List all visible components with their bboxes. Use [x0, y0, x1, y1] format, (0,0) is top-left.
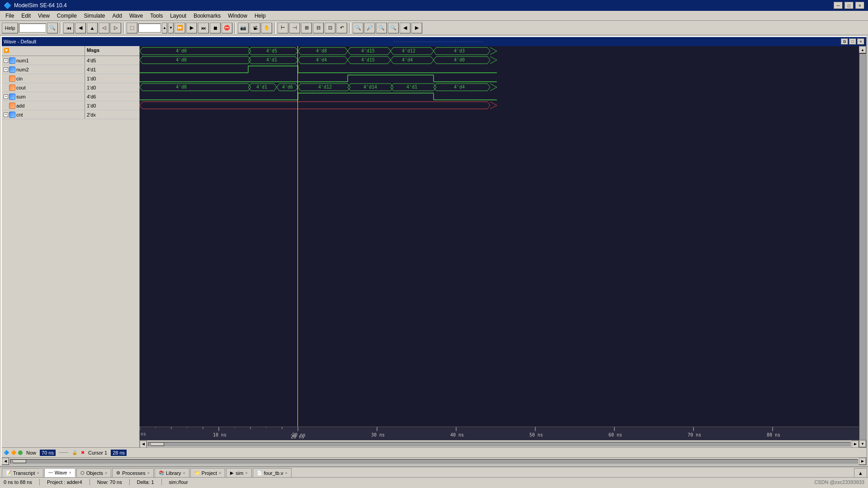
lock-icon: 🔒 — [72, 450, 77, 455]
tab-project-close[interactable]: × — [219, 471, 221, 475]
zoom-fit-button[interactable]: ⊡ — [325, 23, 335, 33]
signal-hscroll-track[interactable] — [10, 459, 858, 464]
signal-hscroll-left[interactable]: ◀ — [2, 458, 9, 465]
hscroll-track[interactable] — [148, 442, 851, 446]
tab-library-close[interactable]: × — [183, 471, 185, 475]
run-button[interactable]: ▶ — [186, 23, 197, 33]
tab-transcript-label: Transcript — [13, 470, 35, 476]
run-all-button[interactable]: ⏩ — [175, 23, 185, 33]
step-back-button[interactable]: ◀ — [75, 23, 86, 33]
stop-button[interactable]: ⏹ — [210, 23, 221, 33]
zoom-in-button[interactable]: ⊞ — [301, 23, 312, 33]
tab-four-tb[interactable]: 📄 four_tb.v × — [253, 468, 292, 477]
signal-hscroll-right[interactable]: ▶ — [859, 458, 866, 465]
zoom-magnify-button[interactable]: 🔍 — [353, 23, 363, 33]
bookmark-next-button[interactable]: ▶ — [411, 23, 422, 33]
zoom-out-button[interactable]: ⊟ — [313, 23, 324, 33]
tab-objects[interactable]: ⬡ Objects × — [76, 468, 112, 477]
menu-add[interactable]: Add — [109, 12, 126, 20]
signal-hscrollbar[interactable]: ◀ ▶ — [2, 457, 866, 465]
forward-button[interactable]: ▷ — [110, 23, 121, 33]
minimize-button[interactable]: ─ — [834, 2, 843, 9]
time-down-button[interactable]: ▼ — [168, 23, 174, 33]
tab-processes-close[interactable]: × — [147, 471, 150, 475]
tab-project[interactable]: 📁 Project × — [190, 468, 226, 477]
menu-edit[interactable]: Edit — [18, 12, 34, 20]
expand-sum[interactable]: + — [4, 94, 8, 99]
cursor-end-button[interactable]: ⊣ — [289, 23, 300, 33]
menu-tools[interactable]: Tools — [146, 12, 166, 20]
signal-hscroll-thumb[interactable] — [13, 460, 26, 463]
cursor-delete-icon[interactable]: ✖ — [81, 450, 85, 455]
menu-bookmarks[interactable]: Bookmarks — [190, 12, 224, 20]
menu-file[interactable]: File — [2, 12, 18, 20]
help-search-input[interactable] — [19, 23, 46, 33]
expand-num2[interactable]: + — [4, 67, 8, 72]
wave-close-button[interactable]: × — [857, 38, 864, 45]
restart-sim-button[interactable]: ⏮ — [63, 23, 74, 33]
menu-compile[interactable]: Compile — [53, 12, 80, 20]
wave-window-buttons[interactable]: ⧉ □ × — [841, 38, 864, 45]
signal-msgs-header: Msgs — [85, 46, 139, 56]
wave-undock-button[interactable]: ⧉ — [841, 38, 848, 45]
zoom-in2-button[interactable]: 🔍 — [376, 23, 387, 33]
step-button[interactable]: ⏭ — [198, 23, 209, 33]
tab-sim[interactable]: ▶ sim × — [226, 468, 251, 477]
vscrollbar[interactable]: ▲ ▼ — [859, 46, 866, 447]
hand-button[interactable]: ✋ — [261, 23, 272, 33]
menu-wave[interactable]: Wave — [126, 12, 146, 20]
cursor-start-button[interactable]: ⊢ — [278, 23, 288, 33]
help-search-icon[interactable]: 🔍 — [47, 23, 58, 33]
hscroll-left-button[interactable]: ◀ — [140, 441, 147, 448]
svg-text:4'd14: 4'd14 — [363, 84, 377, 89]
cursor-icon-2: 🔶 — [11, 450, 16, 455]
vscroll-track[interactable] — [859, 53, 866, 440]
tab-four-tb-close[interactable]: × — [285, 471, 288, 475]
menu-layout[interactable]: Layout — [166, 12, 190, 20]
svg-text:4'd6: 4'd6 — [282, 84, 293, 89]
menu-view[interactable]: View — [34, 12, 53, 20]
menu-help[interactable]: Help — [251, 12, 269, 20]
signal-name-add: add — [16, 103, 24, 108]
zoom-out2-button[interactable]: 🔎 — [364, 23, 375, 33]
tab-objects-close[interactable]: × — [105, 471, 107, 475]
tab-processes[interactable]: ⚙ Processes × — [112, 468, 154, 477]
tab-transcript-close[interactable]: × — [37, 471, 39, 475]
tab-expand-button[interactable]: ▲ — [854, 468, 867, 477]
help-button[interactable]: Help — [2, 23, 18, 33]
cursor1-value: 28 ns — [111, 450, 127, 456]
vscroll-up-button[interactable]: ▲ — [859, 46, 866, 53]
vscroll-down-button[interactable]: ▼ — [859, 440, 866, 447]
back-button[interactable]: ◁ — [99, 23, 109, 33]
bookmark-prev-button[interactable]: ◀ — [400, 23, 410, 33]
record2-button[interactable]: 📽 — [250, 23, 260, 33]
window-controls[interactable]: ─ □ × — [834, 2, 864, 9]
svg-text:30 ns: 30 ns — [371, 432, 385, 437]
wave-maximize-button[interactable]: □ — [849, 38, 856, 45]
tab-sim-close[interactable]: × — [245, 471, 247, 475]
time-up-button[interactable]: ▲ — [162, 23, 167, 33]
tab-library[interactable]: 📚 Library × — [155, 468, 189, 477]
wave-rows[interactable]: 4'd0 4'd5 4'd8 4'd15 4'd12 — [140, 46, 859, 427]
menu-window[interactable]: Window — [224, 12, 251, 20]
snap-button[interactable]: ⬚ — [127, 23, 137, 33]
close-button[interactable]: × — [855, 2, 864, 9]
time-input[interactable]: 100 ns — [138, 23, 161, 33]
break-button[interactable]: ⛔ — [222, 23, 232, 33]
expand-cnt[interactable]: + — [4, 113, 8, 117]
record-button[interactable]: 📷 — [238, 23, 249, 33]
signal-name-header: 🔽 — [2, 46, 85, 56]
hscrollbar[interactable]: ◀ ▶ — [140, 440, 859, 447]
maximize-button[interactable]: □ — [844, 2, 854, 9]
tab-wave-close[interactable]: × — [69, 470, 71, 475]
expand-num1[interactable]: + — [4, 58, 8, 63]
zoom-area-button[interactable]: 🔍 — [388, 23, 399, 33]
menu-simulate[interactable]: Simulate — [80, 12, 109, 20]
tab-wave[interactable]: 〰 Wave × — [44, 468, 75, 477]
tab-transcript[interactable]: 📝 Transcript × — [2, 468, 43, 477]
zoom-prev-button[interactable]: ↶ — [336, 23, 347, 33]
svg-text:4'd1: 4'd1 — [406, 84, 417, 89]
hscroll-thumb[interactable] — [151, 442, 164, 446]
up-button[interactable]: ▲ — [87, 23, 98, 33]
hscroll-right-button[interactable]: ▶ — [852, 441, 859, 448]
